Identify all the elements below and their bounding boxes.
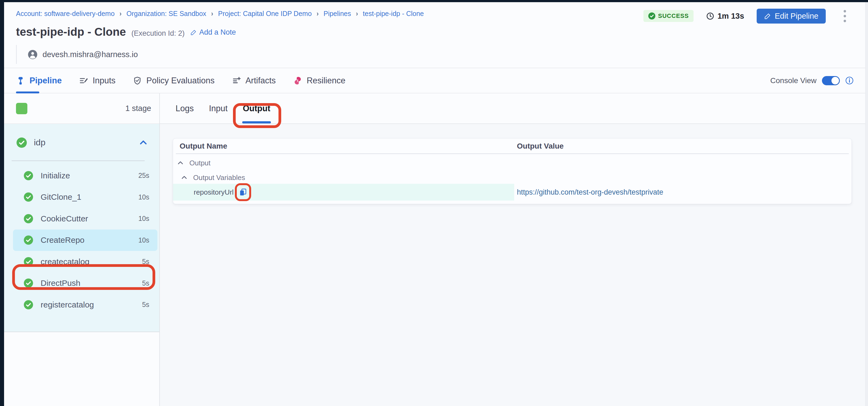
artifacts-icon [232, 76, 241, 85]
step-duration: 10s [138, 215, 149, 223]
step-detail-tabs: Logs Input Output [160, 93, 866, 124]
stages-summary: 1 stage [4, 93, 159, 124]
tab-logs[interactable]: Logs [176, 93, 194, 124]
step-name: Initialize [41, 171, 70, 180]
console-view-toggle[interactable] [822, 76, 840, 85]
repository-url-link[interactable]: https://github.com/test-org-devesh/testp… [517, 188, 663, 196]
step-row-directpush[interactable]: DirectPush 5s [13, 273, 157, 294]
tab-policy-evaluations-label: Policy Evaluations [146, 76, 215, 86]
tab-inputs-label: Inputs [93, 76, 116, 86]
title-row: test-pipe-idp - Clone (Execution Id: 2) … [16, 26, 236, 38]
tab-input[interactable]: Input [209, 93, 227, 124]
stage-section: idp Initialize 25s GitClo [4, 124, 159, 332]
edit-pipeline-label: Edit Pipeline [775, 12, 818, 21]
execution-id: (Execution Id: 2) [131, 29, 185, 38]
user-avatar-icon [28, 49, 38, 60]
group-label-output: Output [189, 159, 211, 167]
breadcrumb-account[interactable]: Account: software-delivery-demo [16, 10, 115, 18]
step-row-cookiecutter[interactable]: CookieCutter 10s [13, 208, 157, 230]
chevron-up-icon[interactable] [139, 138, 148, 147]
breadcrumb: Account: software-delivery-demo › Organi… [16, 10, 424, 18]
inputs-icon [79, 76, 88, 85]
stage-row-idp[interactable]: idp [4, 124, 159, 161]
toggle-knob [831, 77, 839, 84]
table-row-output-group[interactable]: Output [173, 157, 851, 169]
breadcrumb-project[interactable]: Project: Capital One IDP Demo [218, 10, 312, 18]
check-circle-icon [24, 257, 33, 266]
more-options-menu[interactable] [842, 8, 848, 24]
shield-check-icon [133, 76, 142, 85]
breadcrumb-separator: › [211, 9, 213, 18]
breadcrumb-current-pipeline[interactable]: test-pipe-idp - Clone [363, 10, 424, 18]
console-view-label: Console View [770, 76, 816, 85]
console-view-control: Console View [770, 76, 866, 85]
tab-policy-evaluations[interactable]: Policy Evaluations [133, 68, 215, 93]
collapse-chevron-icon[interactable] [177, 160, 184, 166]
execution-duration: 1m 13s [706, 12, 744, 21]
info-icon[interactable] [845, 76, 854, 85]
column-output-name: Output Name [176, 142, 514, 150]
pencil-icon [190, 29, 197, 36]
step-duration: 10s [138, 193, 149, 201]
resilience-icon [293, 76, 302, 85]
column-output-value: Output Value [514, 142, 564, 150]
vertical-scrollbar[interactable] [865, 2, 868, 406]
step-duration: 5s [142, 301, 149, 309]
check-circle-icon [17, 137, 27, 148]
stages-sidebar: 1 stage idp [4, 93, 160, 406]
edit-pipeline-button[interactable]: Edit Pipeline [757, 9, 826, 24]
step-duration: 25s [138, 172, 149, 179]
step-name: CreateRepo [41, 235, 85, 245]
step-row-createcatalog[interactable]: createcatalog 5s [13, 251, 157, 273]
check-circle-icon [24, 193, 33, 202]
tab-artifacts[interactable]: Artifacts [232, 68, 276, 93]
breadcrumb-separator: › [317, 9, 319, 18]
user-email: devesh.mishra@harness.io [42, 50, 138, 59]
breadcrumb-organization[interactable]: Organization: SE Sandbox [126, 10, 207, 18]
check-circle-icon [24, 214, 33, 223]
tab-resilience[interactable]: Resilience [293, 68, 345, 93]
step-row-gitclone[interactable]: GitClone_1 10s [13, 187, 157, 208]
add-note-label: Add a Note [199, 28, 236, 37]
breadcrumb-separator: › [356, 9, 358, 18]
check-circle-icon [24, 278, 33, 288]
tab-pipeline[interactable]: Pipeline [16, 68, 62, 93]
steps-list: Initialize 25s GitClone_1 10s CookieCutt… [4, 165, 159, 315]
output-table-header: Output Name Output Value [176, 139, 849, 154]
divider [16, 45, 17, 64]
step-row-createrepo-selected[interactable]: CreateRepo 10s [13, 230, 157, 251]
tab-inputs[interactable]: Inputs [79, 68, 116, 93]
collapse-chevron-icon[interactable] [181, 174, 188, 181]
step-row-initialize[interactable]: Initialize 25s [13, 165, 157, 187]
status-badge: SUCCESS [643, 10, 693, 22]
check-circle-icon [24, 171, 33, 180]
breadcrumb-separator: › [120, 9, 122, 18]
tab-input-label: Input [209, 104, 227, 113]
status-badge-label: SUCCESS [658, 12, 689, 20]
tab-output[interactable]: Output [243, 93, 270, 124]
window-top-edge [0, 0, 868, 2]
step-name: GitClone_1 [41, 193, 81, 202]
stage-count: 1 stage [125, 104, 151, 113]
table-row-output-variables-group[interactable]: Output Variables [173, 172, 851, 183]
active-tab-underline [16, 92, 39, 93]
tab-artifacts-label: Artifacts [245, 76, 276, 86]
copy-button[interactable] [239, 188, 248, 197]
step-name: createcatalog [41, 257, 89, 266]
stage-name: idp [34, 137, 45, 147]
step-duration: 5s [142, 279, 149, 287]
breadcrumb-pipelines[interactable]: Pipelines [323, 10, 351, 18]
page-title: test-pipe-idp - Clone [16, 26, 126, 38]
group-label-output-variables: Output Variables [193, 173, 245, 182]
active-tab-underline [242, 121, 271, 124]
check-circle-icon [24, 300, 33, 309]
check-circle-icon [24, 235, 33, 245]
step-row-registercatalog[interactable]: registercatalog 5s [13, 294, 157, 315]
add-note-link[interactable]: Add a Note [190, 28, 236, 37]
execution-header: Account: software-delivery-demo › Organi… [4, 2, 866, 68]
copy-icon [239, 188, 247, 196]
pencil-icon [764, 12, 771, 20]
output-table-card: Output Name Output Value Output [173, 138, 852, 204]
table-row-repositoryurl[interactable]: repositoryUrl https://github.com/test-or… [173, 184, 851, 201]
tab-pipeline-label: Pipeline [30, 76, 62, 86]
